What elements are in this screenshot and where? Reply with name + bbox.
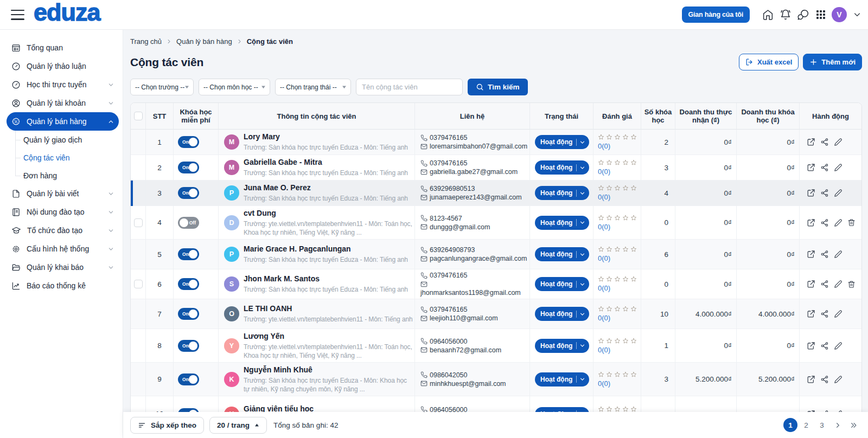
- external-link-icon[interactable]: [807, 342, 815, 350]
- external-link-icon[interactable]: [807, 163, 815, 172]
- sort-button[interactable]: Sắp xếp theo: [130, 417, 204, 434]
- edit-pencil-icon[interactable]: [834, 375, 843, 384]
- collaborator-name-input[interactable]: [356, 79, 463, 95]
- status-dropdown[interactable]: Hoạt động: [535, 372, 589, 387]
- home-icon[interactable]: [762, 9, 774, 21]
- my-store-button[interactable]: Gian hàng của tôi: [682, 7, 750, 23]
- sidebar-subitem-quản-lý-giao-dịch[interactable]: Quản lý giao dịch: [0, 131, 123, 149]
- sidebar-item-quản-lý-thảo-luận[interactable]: Quản lý thảo luận: [7, 57, 119, 75]
- sidebar-item-quản-lý-tài-khoản[interactable]: Quản lý tài khoản: [7, 94, 119, 112]
- next-page-button[interactable]: [831, 418, 845, 432]
- sidebar-item-cấu-hình-hệ-thống[interactable]: Cấu hình hệ thống: [7, 240, 119, 258]
- table-row[interactable]: 7 On O LE THI OANH Trường: yte.viettel.v…: [131, 299, 861, 329]
- free-course-toggle[interactable]: On: [178, 278, 199, 290]
- edit-pencil-icon[interactable]: [834, 189, 843, 197]
- row-checkbox[interactable]: [134, 218, 143, 227]
- add-new-button[interactable]: Thêm mới: [803, 54, 862, 70]
- external-link-icon[interactable]: [807, 280, 815, 288]
- external-link-icon[interactable]: [807, 138, 815, 146]
- share-icon[interactable]: [820, 218, 829, 227]
- table-row[interactable]: 3 On P Juna Mae O. Perez Trường: Sàn khó…: [131, 181, 861, 206]
- rating-link[interactable]: 0(0): [598, 142, 610, 150]
- status-dropdown[interactable]: Hoạt động: [535, 247, 589, 261]
- free-course-toggle[interactable]: On: [178, 308, 199, 320]
- table-row[interactable]: 8 On Y Lương Yến Trường: yte.viettel.vn/…: [131, 329, 861, 363]
- rating-link[interactable]: 0(0): [598, 346, 610, 354]
- free-course-toggle[interactable]: On: [178, 162, 199, 173]
- sidebar-item-quản-lý-bài-viết[interactable]: Quản lý bài viết: [7, 184, 119, 203]
- table-row[interactable]: 4 Off D cvt Dung Trường: yte.viettel.vn/…: [131, 206, 861, 240]
- status-dropdown[interactable]: Hoạt động: [535, 186, 589, 200]
- app-logo[interactable]: eduza: [34, 2, 100, 28]
- chat-icon[interactable]: [797, 9, 809, 21]
- page-size-select[interactable]: 20 / trang: [209, 417, 267, 434]
- share-icon[interactable]: [820, 250, 829, 259]
- sidebar-item-tổ-chức-đào-tạo[interactable]: Tổ chức đào tạo: [7, 221, 119, 240]
- free-course-toggle[interactable]: On: [178, 136, 199, 148]
- user-menu-chevron-icon[interactable]: [853, 10, 861, 19]
- status-dropdown[interactable]: Hoạt động: [535, 277, 589, 291]
- breadcrumb-item[interactable]: Trang chủ: [130, 37, 162, 46]
- external-link-icon[interactable]: [807, 250, 815, 259]
- sidebar-item-học-thi-trực-tuyến[interactable]: Học thi trực tuyến: [7, 75, 119, 94]
- export-excel-button[interactable]: Xuất excel: [739, 54, 799, 70]
- external-link-icon[interactable]: [807, 218, 815, 227]
- row-checkbox[interactable]: [134, 280, 143, 288]
- external-link-icon[interactable]: [807, 310, 815, 318]
- user-avatar[interactable]: V: [832, 7, 847, 22]
- sidebar-item-tổng-quan[interactable]: Tổng quan: [7, 38, 119, 57]
- sidebar-item-quản-lý-bán-hàng[interactable]: Quản lý bán hàng: [7, 112, 119, 131]
- trash-icon[interactable]: [847, 218, 856, 227]
- share-icon[interactable]: [820, 189, 829, 197]
- edit-pencil-icon[interactable]: [834, 163, 843, 172]
- page-button-3[interactable]: 3: [815, 418, 829, 432]
- rating-link[interactable]: 0(0): [598, 223, 610, 231]
- edit-pencil-icon[interactable]: [834, 138, 843, 146]
- status-dropdown[interactable]: Hoạt động: [535, 339, 589, 353]
- sidebar-item-báo-cáo-thống-kê[interactable]: Báo cáo thống kê: [7, 276, 119, 295]
- share-icon[interactable]: [820, 375, 829, 384]
- last-page-button[interactable]: [846, 418, 860, 432]
- school-select[interactable]: -- Chọn trường --: [130, 79, 194, 95]
- table-row[interactable]: 1 On M Lory Mary Trường: Sàn khóa học tr…: [131, 130, 861, 155]
- rating-link[interactable]: 0(0): [598, 379, 610, 388]
- apps-grid-icon[interactable]: [815, 9, 826, 20]
- share-icon[interactable]: [820, 280, 829, 288]
- breadcrumb-item[interactable]: Quản lý bán hàng: [176, 37, 232, 46]
- rating-link[interactable]: 0(0): [598, 168, 610, 176]
- share-icon[interactable]: [820, 138, 829, 146]
- external-link-icon[interactable]: [807, 375, 815, 384]
- subject-select[interactable]: -- Chọn môn học --: [199, 79, 270, 95]
- edit-pencil-icon[interactable]: [834, 342, 843, 350]
- free-course-toggle[interactable]: Off: [178, 217, 199, 229]
- sidebar-item-quản-lý-khai-báo[interactable]: Quản lý khai báo: [7, 258, 119, 276]
- trash-icon[interactable]: [847, 280, 856, 288]
- edit-pencil-icon[interactable]: [834, 280, 843, 288]
- share-icon[interactable]: [820, 163, 829, 172]
- sidebar-item-nội-dung-đào-tạo[interactable]: Nội dung đào tạo: [7, 203, 119, 221]
- share-icon[interactable]: [820, 310, 829, 318]
- menu-icon[interactable]: [11, 10, 24, 20]
- page-button-2[interactable]: 2: [799, 418, 813, 432]
- sidebar-subitem-cộng-tác-viên[interactable]: Cộng tác viên: [0, 149, 123, 166]
- status-dropdown[interactable]: Hoạt động: [535, 135, 589, 149]
- edit-pencil-icon[interactable]: [834, 250, 843, 259]
- bell-icon[interactable]: [780, 9, 792, 21]
- status-dropdown[interactable]: Hoạt động: [535, 160, 589, 175]
- select-all-checkbox[interactable]: [134, 112, 143, 120]
- table-row[interactable]: 9 On K Nguyễn Minh Khuê Trường: Sàn khóa…: [131, 363, 861, 396]
- search-button[interactable]: Tìm kiếm: [468, 79, 528, 95]
- share-icon[interactable]: [820, 342, 829, 350]
- status-dropdown[interactable]: Hoạt động: [535, 307, 589, 321]
- page-button-1[interactable]: 1: [783, 418, 797, 432]
- free-course-toggle[interactable]: On: [178, 248, 199, 260]
- edit-pencil-icon[interactable]: [834, 218, 843, 227]
- external-link-icon[interactable]: [807, 189, 815, 197]
- status-dropdown[interactable]: Hoạt động: [535, 216, 589, 230]
- sidebar-subitem-đơn-hàng[interactable]: Đơn hàng: [0, 166, 123, 184]
- rating-link[interactable]: 0(0): [598, 284, 610, 292]
- table-row[interactable]: 6 On S Jhon Mark M. Santos Trường: Sàn k…: [131, 269, 861, 299]
- rating-link[interactable]: 0(0): [598, 193, 610, 201]
- free-course-toggle[interactable]: On: [178, 373, 199, 385]
- free-course-toggle[interactable]: On: [178, 340, 199, 352]
